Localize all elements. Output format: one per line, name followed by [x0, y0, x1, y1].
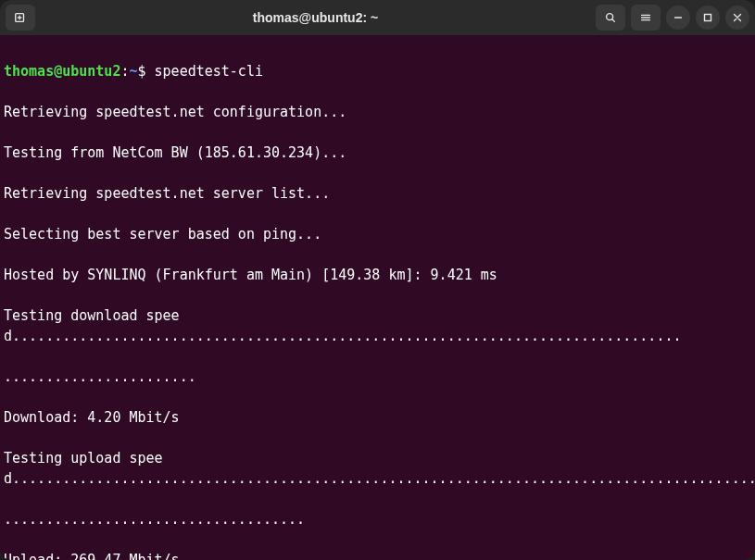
window-title: thomas@ubuntu2: ~	[41, 10, 590, 25]
prompt-host: ubuntu2	[62, 63, 120, 80]
maximize-button[interactable]	[696, 6, 720, 30]
menu-button[interactable]	[631, 5, 661, 31]
search-button[interactable]	[596, 5, 625, 31]
close-button[interactable]	[725, 6, 749, 30]
prompt-user: thomas	[4, 63, 54, 80]
svg-rect-2	[705, 15, 711, 21]
output-line: Retrieving speedtest.net server list...	[4, 183, 751, 204]
output-line: Testing download speed..................…	[4, 305, 751, 346]
prompt-line-1: thomas@ubuntu2:~$ speedtest-cli	[4, 61, 751, 81]
output-line: ....................................	[4, 509, 751, 529]
prompt-at: @	[54, 63, 62, 80]
output-line: Selecting best server based on ping...	[4, 224, 751, 244]
prompt-sigil: $	[138, 63, 155, 80]
minimize-button[interactable]	[666, 6, 690, 30]
output-line: .......................	[4, 367, 751, 387]
terminal-area[interactable]: thomas@ubuntu2:~$ speedtest-cli Retrievi…	[0, 35, 755, 560]
prompt-path: ~	[129, 63, 137, 80]
output-line: Download: 4.20 Mbit/s	[4, 407, 751, 428]
command-1: speedtest-cli	[155, 63, 263, 80]
output-line: Retrieving speedtest.net configuration..…	[4, 102, 751, 122]
output-line: Testing from NetCom BW (185.61.30.234)..…	[4, 143, 751, 163]
output-line: Hosted by SYNLINQ (Frankfurt am Main) [1…	[4, 265, 751, 285]
output-line: Upload: 269.47 Mbit/s	[4, 550, 751, 560]
new-tab-button[interactable]	[6, 5, 35, 31]
output-line: Testing upload speed....................…	[4, 448, 751, 489]
window-titlebar: thomas@ubuntu2: ~	[0, 0, 755, 35]
